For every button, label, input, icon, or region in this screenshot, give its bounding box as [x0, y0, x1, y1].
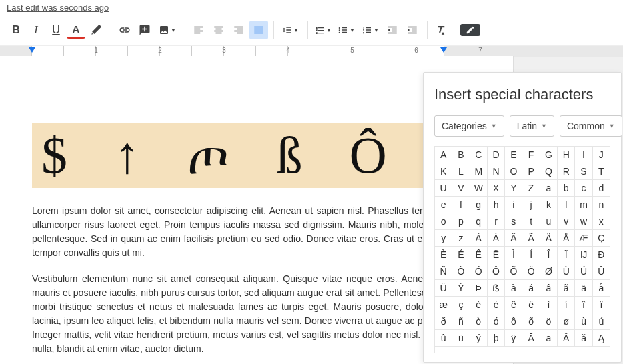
- char-cell[interactable]: B: [452, 147, 470, 163]
- char-cell[interactable]: ó: [488, 313, 505, 330]
- char-cell[interactable]: P: [522, 163, 540, 180]
- italic-button[interactable]: I: [27, 21, 45, 39]
- char-cell[interactable]: Ô: [488, 263, 505, 280]
- char-cell[interactable]: H: [558, 147, 575, 163]
- char-cell[interactable]: t: [522, 213, 540, 230]
- char-cell[interactable]: ẞ: [488, 280, 505, 297]
- block-dropdown[interactable]: Common▼: [560, 115, 622, 137]
- char-cell[interactable]: Õ: [505, 263, 522, 280]
- char-cell[interactable]: Ĳ: [575, 247, 592, 263]
- paragraph[interactable]: Lorem ipsum dolor sit amet, consectetur …: [32, 204, 473, 260]
- line-spacing-button[interactable]: ▼: [278, 21, 302, 39]
- char-cell[interactable]: Á: [488, 230, 505, 247]
- char-cell[interactable]: h: [488, 197, 505, 213]
- highlight-button[interactable]: [87, 21, 105, 39]
- char-cell[interactable]: û: [435, 330, 452, 347]
- char-cell[interactable]: R: [558, 163, 575, 180]
- char-cell[interactable]: Z: [522, 180, 540, 197]
- char-cell[interactable]: Î: [540, 247, 558, 263]
- char-cell[interactable]: M: [470, 163, 488, 180]
- underline-button[interactable]: U: [47, 21, 65, 39]
- char-cell[interactable]: ç: [452, 297, 470, 313]
- char-cell[interactable]: Ë: [488, 247, 505, 263]
- char-cell[interactable]: ò: [470, 313, 488, 330]
- char-cell[interactable]: C: [470, 147, 488, 163]
- char-cell[interactable]: b: [558, 180, 575, 197]
- char-cell[interactable]: Â: [505, 230, 522, 247]
- last-edit-info[interactable]: Last edit was seconds ago: [0, 0, 623, 15]
- char-cell[interactable]: v: [558, 213, 575, 230]
- char-cell[interactable]: ă: [575, 330, 592, 347]
- char-cell[interactable]: c: [575, 180, 592, 197]
- char-cell[interactable]: ö: [540, 313, 558, 330]
- text-color-button[interactable]: A: [67, 21, 85, 39]
- char-cell[interactable]: L: [452, 163, 470, 180]
- char-cell[interactable]: à: [505, 280, 522, 297]
- char-cell[interactable]: O: [505, 163, 522, 180]
- char-cell[interactable]: þ: [488, 330, 505, 347]
- editing-mode-button[interactable]: [460, 24, 480, 36]
- char-cell[interactable]: Æ: [575, 230, 592, 247]
- align-left-button[interactable]: [189, 21, 208, 39]
- char-cell[interactable]: é: [488, 297, 505, 313]
- char-cell[interactable]: o: [435, 213, 452, 230]
- char-cell[interactable]: n: [593, 197, 610, 213]
- char-cell[interactable]: a: [540, 180, 558, 197]
- char-cell[interactable]: ù: [575, 313, 592, 330]
- char-cell[interactable]: V: [452, 180, 470, 197]
- char-cell[interactable]: l: [558, 197, 575, 213]
- char-cell[interactable]: ý: [470, 330, 488, 347]
- char-cell[interactable]: k: [540, 197, 558, 213]
- checklist-button[interactable]: ▼: [312, 21, 334, 39]
- char-cell[interactable]: E: [505, 147, 522, 163]
- increase-indent-button[interactable]: [403, 21, 422, 39]
- char-cell[interactable]: ø: [558, 313, 575, 330]
- char-cell[interactable]: x: [593, 213, 610, 230]
- char-cell[interactable]: è: [470, 297, 488, 313]
- char-cell[interactable]: ã: [558, 280, 575, 297]
- char-cell[interactable]: J: [593, 147, 610, 163]
- char-cell[interactable]: Y: [505, 180, 522, 197]
- char-cell[interactable]: õ: [522, 313, 540, 330]
- insert-link-button[interactable]: [115, 21, 134, 39]
- char-cell[interactable]: G: [540, 147, 558, 163]
- char-cell[interactable]: W: [470, 180, 488, 197]
- paragraph[interactable]: Vestibulum elementum nunc sit amet conse…: [32, 272, 473, 356]
- char-cell[interactable]: æ: [435, 297, 452, 313]
- char-cell[interactable]: w: [575, 213, 592, 230]
- char-cell[interactable]: Ç: [593, 230, 610, 247]
- char-cell[interactable]: f: [452, 197, 470, 213]
- char-cell[interactable]: ë: [522, 297, 540, 313]
- char-cell[interactable]: ā: [540, 330, 558, 347]
- clear-formatting-button[interactable]: [432, 21, 450, 39]
- char-cell[interactable]: ü: [452, 330, 470, 347]
- char-cell[interactable]: d: [593, 180, 610, 197]
- char-cell[interactable]: É: [452, 247, 470, 263]
- char-cell[interactable]: Ì: [505, 247, 522, 263]
- char-cell[interactable]: s: [505, 213, 522, 230]
- char-cell[interactable]: T: [593, 163, 610, 180]
- char-cell[interactable]: Ð: [593, 247, 610, 263]
- char-cell[interactable]: í: [558, 297, 575, 313]
- bulleted-list-button[interactable]: ▼: [335, 21, 358, 39]
- char-cell[interactable]: Ä: [540, 230, 558, 247]
- char-cell[interactable]: Ă: [558, 330, 575, 347]
- char-cell[interactable]: ì: [540, 297, 558, 313]
- char-cell[interactable]: p: [452, 213, 470, 230]
- char-cell[interactable]: î: [575, 297, 592, 313]
- char-cell[interactable]: Ü: [435, 280, 452, 297]
- char-cell[interactable]: Ą: [593, 330, 610, 347]
- horizontal-ruler[interactable]: 1234567: [0, 45, 623, 56]
- char-cell[interactable]: q: [470, 213, 488, 230]
- char-cell[interactable]: g: [470, 197, 488, 213]
- char-cell[interactable]: ÿ: [505, 330, 522, 347]
- char-cell[interactable]: Û: [593, 263, 610, 280]
- char-cell[interactable]: Ê: [470, 247, 488, 263]
- align-right-button[interactable]: [229, 21, 248, 39]
- char-cell[interactable]: Ò: [452, 263, 470, 280]
- char-cell[interactable]: å: [593, 280, 610, 297]
- bold-button[interactable]: B: [7, 21, 25, 39]
- categories-dropdown[interactable]: Categories▼: [434, 115, 504, 137]
- char-cell[interactable]: È: [435, 247, 452, 263]
- script-dropdown[interactable]: Latin▼: [510, 115, 554, 137]
